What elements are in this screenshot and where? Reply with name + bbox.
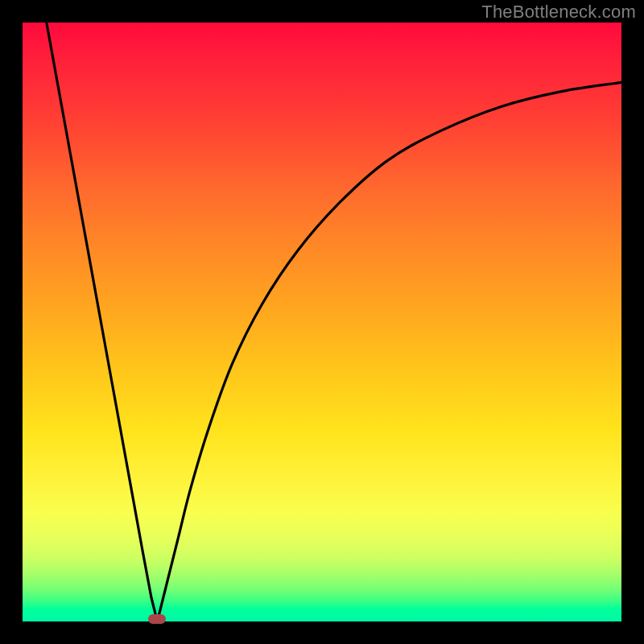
gradient-plot-area [23,23,621,621]
curve-path [47,23,621,621]
bottleneck-marker [148,614,166,624]
chart-frame: TheBottleneck.com [0,0,644,644]
watermark-text: TheBottleneck.com [481,2,636,23]
bottleneck-curve [23,23,621,621]
